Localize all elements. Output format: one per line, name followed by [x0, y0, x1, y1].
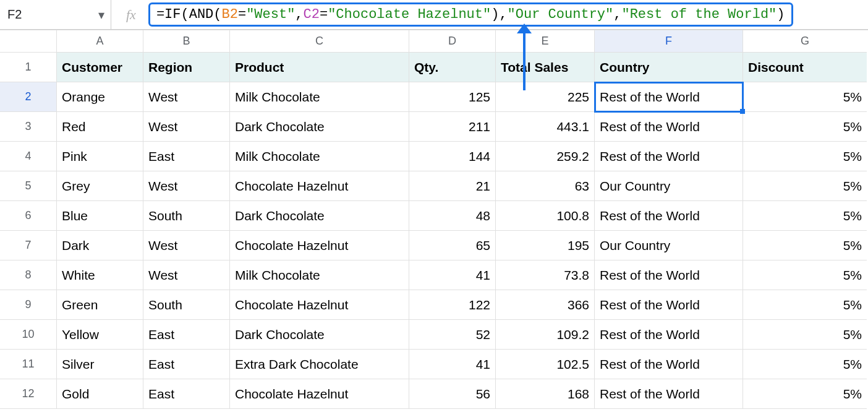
- row-header[interactable]: 2: [0, 82, 57, 112]
- cell[interactable]: 100.8: [496, 201, 595, 231]
- row-header[interactable]: 6: [0, 201, 57, 231]
- cell[interactable]: Milk Chocolate: [230, 142, 409, 171]
- cell[interactable]: Blue: [57, 201, 143, 231]
- cell[interactable]: 63: [496, 171, 595, 201]
- column-header[interactable]: E: [496, 30, 595, 53]
- column-header[interactable]: B: [143, 30, 230, 53]
- header-cell[interactable]: Qty.: [409, 53, 496, 82]
- cell[interactable]: Rest of the World: [595, 112, 743, 142]
- column-header[interactable]: F: [595, 30, 743, 53]
- cell[interactable]: Chocolate Hazelnut: [230, 231, 409, 260]
- cell[interactable]: Dark Chocolate: [230, 320, 409, 350]
- cell[interactable]: Rest of the World: [595, 320, 743, 350]
- name-box-dropdown-icon[interactable]: ▾: [98, 7, 104, 22]
- cell[interactable]: 366: [496, 290, 595, 320]
- cell[interactable]: 259.2: [496, 142, 595, 171]
- cell[interactable]: Dark Chocolate: [230, 201, 409, 231]
- cell[interactable]: 52: [409, 320, 496, 350]
- cell[interactable]: Rest of the World: [595, 142, 743, 171]
- cell[interactable]: 5%: [743, 171, 867, 201]
- cell[interactable]: Gold: [57, 379, 143, 409]
- row-header[interactable]: 4: [0, 142, 57, 171]
- row-header[interactable]: 9: [0, 290, 57, 320]
- cell[interactable]: South: [143, 201, 230, 231]
- cell[interactable]: 5%: [743, 320, 867, 350]
- cell[interactable]: Red: [57, 112, 143, 142]
- cell[interactable]: Our Country: [595, 171, 743, 201]
- cell[interactable]: Milk Chocolate: [230, 82, 409, 112]
- cell[interactable]: 5%: [743, 231, 867, 260]
- cell[interactable]: 443.1: [496, 112, 595, 142]
- cell[interactable]: West: [143, 260, 230, 290]
- header-cell[interactable]: Discount: [743, 53, 867, 82]
- row-header[interactable]: 8: [0, 260, 57, 290]
- cell[interactable]: 225: [496, 82, 595, 112]
- header-cell[interactable]: Total Sales: [496, 53, 595, 82]
- cell[interactable]: Rest of the World: [595, 201, 743, 231]
- column-header[interactable]: C: [230, 30, 409, 53]
- cell[interactable]: Rest of the World: [595, 260, 743, 290]
- cell[interactable]: Our Country: [595, 231, 743, 260]
- cell[interactable]: 5%: [743, 290, 867, 320]
- cell[interactable]: Chocolate Hazelnut: [230, 171, 409, 201]
- cell[interactable]: 5%: [743, 379, 867, 409]
- row-header[interactable]: 7: [0, 231, 57, 260]
- cell[interactable]: Rest of the World: [595, 379, 743, 409]
- cell[interactable]: 122: [409, 290, 496, 320]
- cell[interactable]: 5%: [743, 260, 867, 290]
- cell[interactable]: Yellow: [57, 320, 143, 350]
- cell[interactable]: Grey: [57, 171, 143, 201]
- cell[interactable]: West: [143, 231, 230, 260]
- row-header[interactable]: 11: [0, 350, 57, 379]
- cell[interactable]: 5%: [743, 82, 867, 112]
- row-header[interactable]: 12: [0, 379, 57, 409]
- select-all-corner[interactable]: [0, 30, 57, 53]
- row-header[interactable]: 1: [0, 53, 57, 82]
- cell[interactable]: 56: [409, 379, 496, 409]
- cell[interactable]: West: [143, 112, 230, 142]
- header-cell[interactable]: Country: [595, 53, 743, 82]
- cell[interactable]: 21: [409, 171, 496, 201]
- cell[interactable]: Rest of the World: [595, 82, 743, 112]
- cell[interactable]: 5%: [743, 350, 867, 379]
- cell[interactable]: 41: [409, 350, 496, 379]
- cell[interactable]: 195: [496, 231, 595, 260]
- column-header[interactable]: A: [57, 30, 143, 53]
- header-cell[interactable]: Customer: [57, 53, 143, 82]
- cell[interactable]: 168: [496, 379, 595, 409]
- cell[interactable]: Chocolate Hazelnut: [230, 379, 409, 409]
- cell[interactable]: 109.2: [496, 320, 595, 350]
- cell[interactable]: 41: [409, 260, 496, 290]
- cell[interactable]: Pink: [57, 142, 143, 171]
- cell[interactable]: 144: [409, 142, 496, 171]
- cell[interactable]: Dark: [57, 231, 143, 260]
- cell[interactable]: Dark Chocolate: [230, 112, 409, 142]
- cell[interactable]: 65: [409, 231, 496, 260]
- cell[interactable]: Rest of the World: [595, 290, 743, 320]
- cell[interactable]: 48: [409, 201, 496, 231]
- cell[interactable]: Green: [57, 290, 143, 320]
- cell[interactable]: 211: [409, 112, 496, 142]
- cell[interactable]: 5%: [743, 142, 867, 171]
- column-header[interactable]: G: [743, 30, 867, 53]
- name-box[interactable]: F2 ▾: [0, 0, 111, 29]
- cell[interactable]: West: [143, 82, 230, 112]
- row-header[interactable]: 10: [0, 320, 57, 350]
- cell[interactable]: Milk Chocolate: [230, 260, 409, 290]
- cell[interactable]: Chocolate Hazelnut: [230, 290, 409, 320]
- cell[interactable]: South: [143, 290, 230, 320]
- cell[interactable]: Orange: [57, 82, 143, 112]
- cell[interactable]: 125: [409, 82, 496, 112]
- cell[interactable]: 5%: [743, 201, 867, 231]
- cell[interactable]: East: [143, 320, 230, 350]
- cell[interactable]: Extra Dark Chocolate: [230, 350, 409, 379]
- cell[interactable]: East: [143, 142, 230, 171]
- row-header[interactable]: 5: [0, 171, 57, 201]
- cell[interactable]: 73.8: [496, 260, 595, 290]
- header-cell[interactable]: Region: [143, 53, 230, 82]
- cell[interactable]: East: [143, 379, 230, 409]
- header-cell[interactable]: Product: [230, 53, 409, 82]
- row-header[interactable]: 3: [0, 112, 57, 142]
- formula-bar[interactable]: =IF(AND(B2="West",C2="Chocolate Hazelnut…: [148, 0, 868, 29]
- cell[interactable]: 102.5: [496, 350, 595, 379]
